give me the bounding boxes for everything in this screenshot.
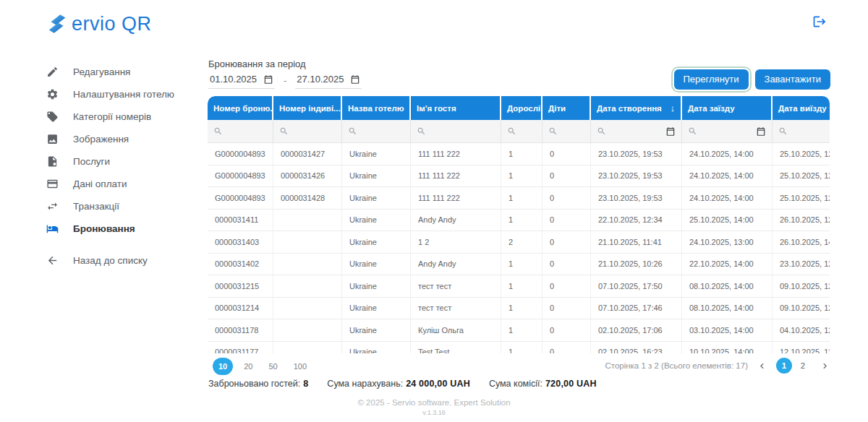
table-row[interactable]: 0000031215Ukraineтест тест1007.10.2025, …	[208, 275, 830, 298]
table-cell: 03.10.2025, 14:00	[682, 319, 773, 341]
calendar-icon[interactable]	[350, 74, 360, 85]
table-cell: Ukraine	[342, 231, 411, 253]
table-cell: 1	[501, 210, 542, 231]
table-cell: 111 111 222	[411, 143, 501, 165]
image-icon	[46, 133, 59, 145]
table-cell: 23.10.2025, 19:53	[591, 143, 682, 165]
table-cell: 23.10.2025, 19:53	[591, 187, 682, 209]
calendar-icon[interactable]	[665, 126, 676, 137]
table-cell: 25.10.2025, 12:00	[773, 143, 830, 165]
column-header-1[interactable]: Номер броню...	[208, 96, 273, 120]
column-filter-8[interactable]	[682, 120, 773, 142]
sidebar: РедагуванняНалаштування готелюКатегорії …	[46, 61, 198, 272]
table-row[interactable]: G00000048930000031426Ukraine111 111 2221…	[208, 165, 830, 188]
next-page-button[interactable]	[820, 361, 830, 371]
column-filter-4[interactable]	[411, 120, 501, 142]
table-cell: 0000031427	[273, 143, 342, 165]
summary-label: Сума комісії:	[489, 379, 542, 389]
date-from-input[interactable]: 01.10.2025	[208, 72, 275, 89]
table-cell: 22.10.2025, 14:00	[682, 254, 773, 275]
sidebar-item-3[interactable]: Категорії номерів	[46, 106, 198, 128]
table-cell: 08.10.2025, 14:00	[682, 298, 773, 319]
table-cell: Test Test	[411, 342, 501, 354]
sidebar-item-4[interactable]: Зображення	[46, 128, 198, 150]
table-row[interactable]: G00000048930000031427Ukraine111 111 2221…	[208, 143, 830, 165]
services-icon	[46, 155, 59, 168]
copyright-text: © 2025 - Servio software. Expert Solutio…	[0, 398, 868, 407]
table-cell: 0	[542, 210, 591, 231]
logo-text: ervio QR	[72, 13, 152, 35]
table-cell: 23.10.2025, 19:53	[591, 165, 682, 187]
search-icon	[548, 126, 558, 136]
page-size-20[interactable]: 20	[239, 358, 258, 374]
table-row[interactable]: 0000031177UkraineTest Test1002.10.2025, …	[208, 342, 830, 354]
table-cell: 23.10.2025, 12:00	[773, 254, 830, 275]
sidebar-item-label: Бронювання	[73, 223, 135, 234]
date-to-input[interactable]: 27.10.2025	[295, 72, 362, 89]
sidebar-item-6[interactable]: Дані оплати	[46, 173, 198, 195]
page-size-selector: 102050100	[213, 358, 312, 375]
column-header-8[interactable]: Дата заїзду	[682, 96, 773, 120]
logout-button[interactable]	[812, 14, 827, 31]
table-row[interactable]: 0000031402UkraineAndy Andy1021.10.2025, …	[208, 254, 830, 276]
table-cell: 0	[542, 231, 591, 253]
sidebar-item-2[interactable]: Налаштування готелю	[46, 83, 198, 106]
table-cell: 24.10.2025, 13:00	[682, 231, 773, 253]
version-text: v.1.3.16	[0, 409, 868, 416]
column-filter-9[interactable]	[773, 120, 830, 142]
column-filter-5[interactable]	[501, 120, 542, 142]
column-header-7[interactable]: Дата створення↓	[591, 96, 682, 120]
column-header-5[interactable]: Дорослі	[501, 96, 542, 120]
view-button[interactable]: Переглянути	[674, 69, 749, 90]
page-size-50[interactable]: 50	[264, 358, 283, 374]
sidebar-item-label: Зображення	[73, 134, 129, 145]
summary-value: 8	[303, 379, 308, 389]
column-filter-2[interactable]	[273, 120, 342, 142]
page-2[interactable]: 2	[795, 358, 811, 374]
page-size-10[interactable]: 10	[213, 358, 233, 375]
column-header-6[interactable]: Діти	[542, 96, 591, 120]
table-row[interactable]: 0000031403Ukraine1 22021.10.2025, 11:412…	[208, 231, 830, 254]
page-size-100[interactable]: 100	[289, 358, 312, 374]
search-icon	[279, 126, 289, 136]
table-cell: 1	[501, 254, 542, 275]
table-cell: G0000004893	[208, 143, 273, 165]
table-cell: 0	[542, 298, 591, 319]
column-filter-6[interactable]	[542, 120, 591, 142]
tag-icon	[46, 111, 59, 123]
table-cell: 07.10.2025, 17:46	[591, 298, 682, 319]
column-filter-7[interactable]	[591, 120, 682, 142]
sidebar-item-1[interactable]: Редагування	[46, 61, 198, 83]
calendar-icon[interactable]	[756, 126, 766, 137]
table-cell: Куліш Ольга	[411, 319, 501, 341]
table-cell: 25.10.2025, 14:00	[682, 210, 773, 231]
table-cell: 0000031177	[208, 342, 273, 354]
table-cell	[273, 210, 342, 231]
table-cell: Ukraine	[342, 298, 411, 319]
table-row[interactable]: 0000031411UkraineAndy Andy1022.10.2025, …	[208, 210, 830, 232]
table-cell: 0	[542, 319, 591, 341]
sidebar-item-5[interactable]: Послуги	[46, 150, 198, 173]
column-header-2[interactable]: Номер індиві...	[273, 96, 342, 120]
page-1[interactable]: 1	[776, 358, 792, 374]
bed-icon	[46, 223, 59, 235]
table-row[interactable]: 0000031214Ukraineтест тест1007.10.2025, …	[208, 298, 830, 320]
back-to-list-item[interactable]: Назад до списку	[46, 249, 198, 272]
column-filter-1[interactable]	[208, 120, 273, 142]
download-button[interactable]: Завантажити	[755, 69, 830, 90]
table-row[interactable]: 0000031178UkraineКуліш Ольга1002.10.2025…	[208, 319, 830, 342]
column-header-9[interactable]: Дата виїзду	[773, 96, 830, 120]
column-header-3[interactable]: Назва готелю	[342, 96, 411, 120]
table-cell: 25.10.2025, 12:00	[773, 187, 830, 209]
calendar-icon[interactable]	[263, 74, 273, 85]
sidebar-item-7[interactable]: Транзакції	[46, 195, 198, 218]
column-filter-3[interactable]	[342, 120, 411, 142]
prev-page-button[interactable]	[757, 361, 767, 371]
table-cell: 0	[542, 254, 591, 275]
column-header-4[interactable]: Ім'я гостя	[411, 96, 501, 120]
table-cell: 0000031214	[208, 298, 273, 319]
card-icon	[46, 178, 59, 190]
summary-item-2: Сума нарахувань:24 000,00 UAH	[327, 379, 470, 389]
table-row[interactable]: G00000048930000031428Ukraine111 111 2221…	[208, 187, 830, 210]
sidebar-item-8[interactable]: Бронювання	[46, 218, 198, 240]
